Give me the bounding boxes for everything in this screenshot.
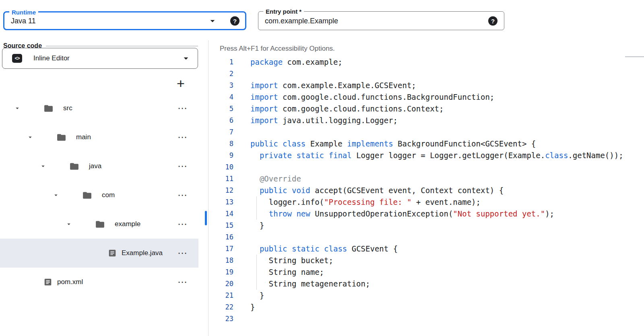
file-icon [43,278,52,287]
chevron-down-icon [207,16,218,26]
overflow-menu-icon[interactable]: ⋯ [178,190,187,200]
code-line: 23 [208,313,644,325]
tree-item-example-java[interactable]: Example.java⋯ [0,239,198,268]
code-line: 22} [208,301,644,313]
source-code-panel: Source code <> Inline Editor + src⋯main⋯… [0,40,208,336]
indent-guide [256,255,257,266]
tree-item-label: java [89,162,101,170]
disclosure-triangle-icon[interactable] [39,162,47,171]
code-editor[interactable]: Press Alt+F1 for Accessibility Options. … [208,40,644,336]
code-text: import com.google.cloud.functions.Backgr… [250,91,494,103]
code-text: package com.example; [250,56,343,68]
code-line: 20 String metageneration; [208,278,644,290]
overflow-menu-icon[interactable]: ⋯ [178,277,187,287]
chevron-down-icon [181,53,191,64]
folder-icon [56,132,66,142]
code-text: throw new UnsupportedOperationException(… [250,208,554,220]
code-icon: <> [12,54,22,63]
tree-item-pom-xml[interactable]: pom.xml⋯ [0,268,198,297]
entry-point-help-icon[interactable]: ? [488,16,497,25]
line-number: 17 [208,243,233,255]
line-number: 15 [208,220,233,231]
line-number: 20 [208,278,233,290]
tree-indent-spacer [14,278,21,287]
runtime-help-icon[interactable]: ? [230,16,239,25]
tree-item-label: src [63,104,72,112]
code-line: 12 public void accept(GCSEvent event, Co… [208,185,644,196]
code-line: 7 [208,126,644,138]
line-number: 7 [208,126,233,138]
line-number: 14 [208,208,233,220]
code-text: private static final Logger logger = Log… [250,150,623,161]
code-line: 15 } [208,220,644,231]
source-editor-select[interactable]: <> Inline Editor [2,48,198,69]
tree-item-label: example [115,220,140,228]
code-line: 18 String bucket; [208,255,644,266]
indent-guide [256,196,257,208]
code-line: 5import com.google.cloud.functions.Conte… [208,103,644,115]
code-text: import com.example.Example.GCSEvent; [250,80,416,91]
line-number: 18 [208,255,233,266]
runtime-select[interactable]: Runtime Java 11 ? [3,11,246,30]
tree-item-main[interactable]: main⋯ [0,123,198,152]
line-number: 9 [208,150,233,161]
accessibility-hint: Press Alt+F1 for Accessibility Options. [220,44,335,53]
code-line: 17 public static class GCSEvent { [208,243,644,255]
add-file-button[interactable]: + [173,76,188,91]
tree-item-label: Example.java [122,249,163,257]
runtime-value: Java 11 [11,16,36,25]
tree-item-java[interactable]: java⋯ [0,152,198,181]
line-number: 16 [208,231,233,243]
line-number: 5 [208,103,233,115]
code-text: @Override [250,173,301,185]
code-line: 2 [208,68,644,80]
indent-guide [256,266,257,278]
folder-icon [69,161,79,171]
entry-point-field[interactable]: Entry point * com.example.Example ? [258,11,504,30]
overflow-menu-icon[interactable]: ⋯ [178,161,187,171]
code-text: } [250,220,264,231]
overflow-menu-icon[interactable]: ⋯ [178,219,187,229]
tree-item-label: main [76,133,91,141]
tree-item-label: com [102,191,115,199]
tree-indent-spacer [78,249,85,258]
overflow-menu-icon[interactable]: ⋯ [178,248,187,258]
disclosure-triangle-icon[interactable] [52,191,60,200]
folder-icon [95,219,105,229]
code-text: String bucket; [250,255,333,266]
line-number: 4 [208,91,233,103]
code-line: 13 logger.info("Processing file: " + eve… [208,196,644,208]
code-text: import java.util.logging.Logger; [250,115,398,126]
source-code-rule [46,46,198,46]
code-line: 3import com.example.Example.GCSEvent; [208,80,644,91]
tree-item-src[interactable]: src⋯ [0,94,198,123]
file-icon [108,249,117,258]
line-number: 12 [208,185,233,196]
tree-item-label: pom.xml [57,278,83,286]
code-line: 10 [208,161,644,173]
overflow-menu-icon[interactable]: ⋯ [178,132,187,142]
code-text: public class Example implements Backgrou… [250,138,536,150]
code-text: String name; [250,266,324,278]
entry-point-label: Entry point * [263,8,304,16]
line-number: 11 [208,173,233,185]
overflow-menu-icon[interactable]: ⋯ [178,103,187,113]
line-number: 2 [208,68,233,80]
code-line: 6import java.util.logging.Logger; [208,115,644,126]
line-number: 8 [208,138,233,150]
tree-item-com[interactable]: com⋯ [0,181,198,210]
code-content[interactable]: 1package com.example;23import com.exampl… [208,56,644,336]
line-number: 21 [208,290,233,301]
tree-item-example[interactable]: example⋯ [0,210,198,239]
code-line: 4import com.google.cloud.functions.Backg… [208,91,644,103]
panel-resize-handle[interactable] [205,211,207,225]
line-number: 6 [208,115,233,126]
code-line: 21 } [208,290,644,301]
disclosure-triangle-icon[interactable] [27,133,34,142]
disclosure-triangle-icon[interactable] [65,220,72,229]
line-number: 23 [208,313,233,325]
disclosure-triangle-icon[interactable] [14,104,21,113]
line-number: 1 [208,56,233,68]
folder-icon [82,190,92,200]
code-text: } [250,301,255,313]
